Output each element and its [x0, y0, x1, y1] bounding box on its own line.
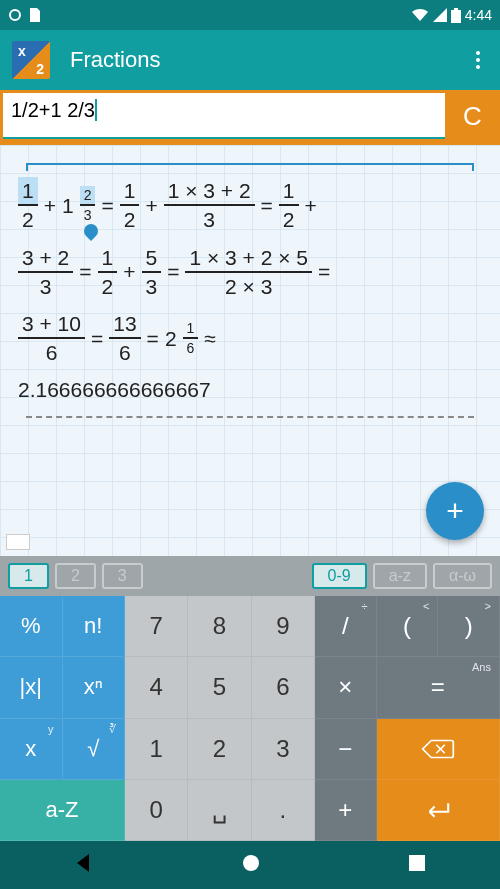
- key-6[interactable]: 6: [252, 657, 315, 718]
- battery-icon: [451, 8, 461, 23]
- key-sqrt[interactable]: √∛: [63, 719, 126, 780]
- key-power[interactable]: xⁿ: [63, 657, 126, 718]
- mode-alpha[interactable]: a-z: [373, 563, 427, 589]
- decimal-result: 2.166666666666667: [18, 377, 211, 402]
- app-title: Fractions: [70, 47, 160, 73]
- back-icon: [73, 852, 95, 874]
- backspace-icon: [421, 737, 455, 761]
- nav-recent[interactable]: [407, 853, 427, 877]
- expression-text: 1/2+1 2/3: [11, 99, 95, 121]
- mode-numeric[interactable]: 0-9: [312, 563, 367, 589]
- svg-rect-2: [454, 8, 458, 10]
- svg-point-3: [243, 855, 259, 871]
- key-lparen[interactable]: (<: [377, 596, 439, 657]
- key-percent[interactable]: %: [0, 596, 63, 657]
- wifi-icon: [411, 8, 429, 22]
- key-4[interactable]: 4: [125, 657, 188, 718]
- key-factorial[interactable]: n!: [63, 596, 126, 657]
- nav-home[interactable]: [240, 852, 262, 878]
- key-divide[interactable]: /÷: [315, 596, 377, 657]
- nav-back[interactable]: [73, 852, 95, 878]
- math-line-4: 2.166666666666667: [18, 377, 482, 402]
- key-add[interactable]: +: [315, 780, 377, 841]
- app-bar: x2 Fractions: [0, 30, 500, 90]
- key-rparen[interactable]: )>: [438, 596, 500, 657]
- signal-icon: [433, 8, 447, 22]
- overflow-menu-icon[interactable]: [468, 43, 488, 77]
- home-icon: [240, 852, 262, 874]
- circle-icon: [8, 8, 22, 22]
- status-bar: 4:44: [0, 0, 500, 30]
- input-row: 1/2+1 2/3 C: [0, 90, 500, 142]
- key-equals[interactable]: =Ans: [377, 657, 500, 718]
- mode-greek[interactable]: α-ω: [433, 563, 492, 589]
- key-abs[interactable]: |x|: [0, 657, 63, 718]
- key-subtract[interactable]: −: [315, 719, 377, 780]
- selection-bracket-top: [26, 163, 474, 171]
- key-5[interactable]: 5: [188, 657, 251, 718]
- keypad: % n! |x| xⁿ xy √∛ a-Z 7 8 9 4 5 6 1 2 3 …: [0, 596, 500, 841]
- recent-icon: [407, 853, 427, 873]
- expression-input[interactable]: 1/2+1 2/3: [3, 93, 445, 139]
- math-line-3: 3 + 106 = 136 = 2 16 ≈: [18, 310, 482, 367]
- key-space[interactable]: ␣: [188, 780, 251, 841]
- key-enter[interactable]: [377, 780, 500, 841]
- key-7[interactable]: 7: [125, 596, 188, 657]
- key-1[interactable]: 1: [125, 719, 188, 780]
- svg-rect-1: [451, 10, 461, 23]
- key-x[interactable]: xy: [0, 719, 63, 780]
- page-tab-3[interactable]: 3: [102, 563, 143, 589]
- mode-toolbar: 1 2 3 0-9 a-z α-ω: [0, 556, 500, 596]
- status-time: 4:44: [465, 7, 492, 23]
- key-backspace[interactable]: [377, 719, 500, 780]
- svg-rect-4: [409, 855, 425, 871]
- key-2[interactable]: 2: [188, 719, 251, 780]
- key-0[interactable]: 0: [125, 780, 188, 841]
- math-line-2: 3 + 23 = 12 + 53 = 1 × 3 + 2 × 52 × 3 =: [18, 244, 482, 301]
- android-nav-bar: [0, 841, 500, 889]
- page-tab-1[interactable]: 1: [8, 563, 49, 589]
- math-line-1: 12 + 1 23 = 12 + 1 × 3 + 23 = 12 +: [18, 177, 482, 234]
- page-tab-2[interactable]: 2: [55, 563, 96, 589]
- key-3[interactable]: 3: [252, 719, 315, 780]
- svg-point-0: [10, 10, 20, 20]
- cursor-handle-icon[interactable]: [81, 222, 101, 242]
- key-dot[interactable]: .: [252, 780, 315, 841]
- selection-bracket-bottom: [26, 412, 474, 418]
- add-fab[interactable]: +: [426, 482, 484, 540]
- key-multiply[interactable]: ×: [315, 657, 377, 718]
- key-alpha-toggle[interactable]: a-Z: [0, 780, 125, 841]
- key-8[interactable]: 8: [188, 596, 251, 657]
- app-icon: x2: [12, 41, 50, 79]
- key-9[interactable]: 9: [252, 596, 315, 657]
- clear-button[interactable]: C: [445, 90, 500, 142]
- enter-icon: [421, 798, 455, 822]
- sd-card-icon: [28, 8, 40, 22]
- plus-icon: +: [446, 494, 464, 528]
- work-area[interactable]: 12 + 1 23 = 12 + 1 × 3 + 23 = 12 + 3 + 2…: [0, 142, 500, 556]
- corner-tab[interactable]: [6, 534, 30, 550]
